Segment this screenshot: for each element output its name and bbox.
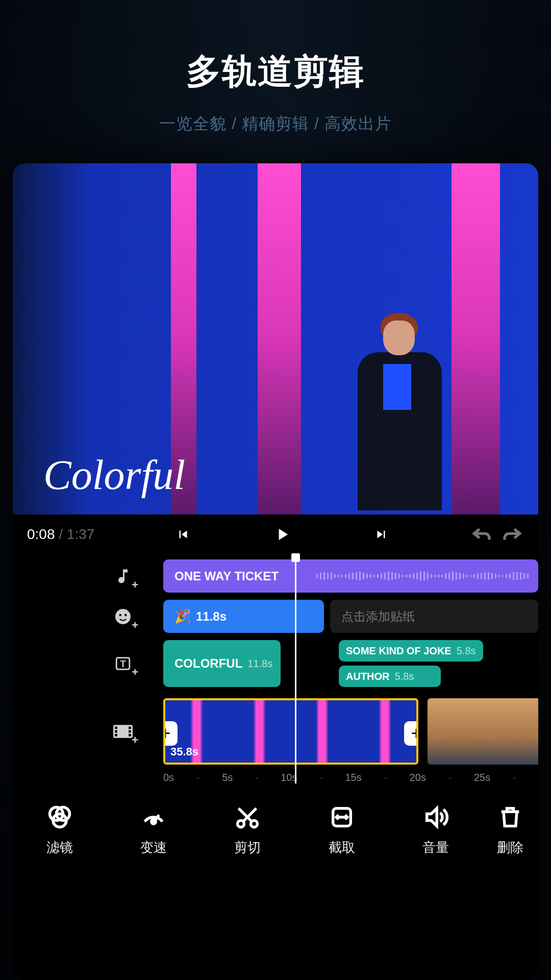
prev-button[interactable] [171,522,195,547]
sticker-track: + 🎉 11.8s 点击添加贴纸 [13,600,538,633]
add-sticker-placeholder[interactable]: 点击添加贴纸 [330,600,538,633]
svg-point-0 [115,609,131,624]
filter-tool[interactable]: 滤镜 [15,804,105,856]
preview-overlay-text: Colorful [43,451,185,499]
text-clip-sub2[interactable]: AUTHOR 5.8s [339,666,441,687]
text-clip-sub1[interactable]: SOME KIND OF JOKE 5.8s [339,640,483,662]
play-button[interactable] [270,522,294,547]
video-clip-2[interactable] [428,698,538,765]
playhead[interactable] [295,554,296,783]
add-music-icon[interactable]: + [110,563,136,590]
svg-rect-8 [115,734,117,737]
volume-tool[interactable]: 音量 [391,804,480,856]
party-popper-icon: 🎉 [174,608,191,624]
transport-bar: 0:08 / 1:37 [13,514,538,554]
svg-point-2 [124,614,127,616]
video-clip-duration: 35.8s [170,745,198,758]
waveform-icon [316,569,533,583]
add-sticker-icon[interactable]: + [110,603,136,630]
total-time: 1:37 [67,526,95,542]
music-track: + ONE WAY TICKET [13,559,538,593]
svg-rect-11 [129,734,131,737]
add-clip-after-button[interactable]: + [404,721,418,746]
next-button[interactable] [369,522,393,547]
svg-rect-6 [115,727,117,729]
text-clip-duration: 11.8s [247,658,272,670]
video-clip-selected[interactable]: + 35.8s + [163,698,418,765]
video-preview[interactable]: Colorful [13,163,538,514]
svg-rect-10 [129,730,131,733]
crop-tool[interactable]: 截取 [297,804,386,856]
music-clip-label: ONE WAY TICKET [174,569,279,583]
editor-frame: Colorful 0:08 / 1:37 [13,163,538,980]
add-text-icon[interactable]: T + [110,650,136,677]
speed-tool[interactable]: 变速 [109,804,198,856]
text-track: T + COLORFUL 11.8s SOME KIND OF JOKE 5.8… [13,640,538,687]
cut-tool[interactable]: 剪切 [203,804,292,856]
text-clip-label: COLORFUL [174,656,242,671]
sticker-duration: 11.8s [196,609,227,624]
time-ruler: 0s 5s 10s 15s 20s 25s [163,772,538,783]
current-time: 0:08 [27,526,55,542]
sticker-clip[interactable]: 🎉 11.8s [163,600,324,633]
video-track: + + 35.8s + [13,698,538,765]
hero-title: 多轨道剪辑 [186,48,365,95]
redo-button[interactable] [499,522,524,547]
time-display: 0:08 / 1:37 [27,526,94,543]
text-clip-main[interactable]: COLORFUL 11.8s [163,640,281,687]
bottom-toolbar: 滤镜 变速 剪切 截取 音量 删除 [13,789,538,877]
svg-rect-7 [115,730,117,733]
svg-rect-9 [129,727,131,729]
svg-text:T: T [120,658,126,669]
music-clip[interactable]: ONE WAY TICKET [163,559,538,593]
hero-subtitle: 一览全貌 / 精确剪辑 / 高效出片 [159,113,391,135]
add-clip-before-button[interactable]: + [163,721,178,746]
add-video-icon[interactable]: + [110,718,136,745]
undo-button[interactable] [470,522,494,547]
delete-tool[interactable]: 删除 [485,804,536,856]
svg-point-1 [119,614,122,616]
timeline-tracks: + ONE WAY TICKET + 🎉 11.8s 点击添加贴纸 [13,554,538,789]
